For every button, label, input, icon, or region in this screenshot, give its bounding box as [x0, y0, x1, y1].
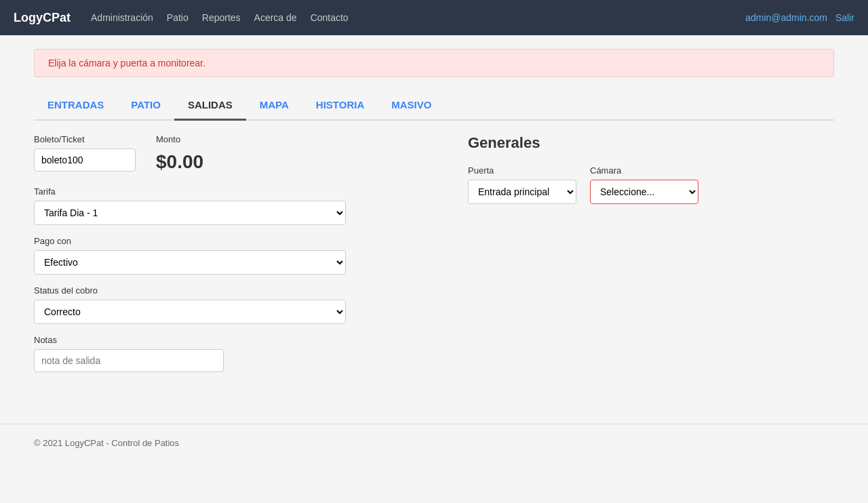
footer-text: © 2021 LogyCPat - Control de Patios: [34, 438, 179, 448]
tabs-bar: ENTRADAS PATIO SALIDAS MAPA HISTORIA MAS…: [34, 91, 834, 121]
notas-input[interactable]: [34, 349, 224, 372]
pago-label: Pago con: [34, 236, 441, 246]
nav-reportes[interactable]: Reportes: [202, 12, 241, 23]
boleto-label: Boleto/Ticket: [34, 134, 136, 144]
tab-patio[interactable]: PATIO: [117, 91, 174, 121]
tab-historia[interactable]: HISTORIA: [302, 91, 378, 121]
tab-mapa[interactable]: MAPA: [246, 91, 302, 121]
tab-masivo[interactable]: MASIVO: [378, 91, 445, 121]
alert-banner: Elija la cámara y puerta a monitorear.: [34, 49, 834, 77]
puerta-select[interactable]: Entrada principal: [468, 180, 576, 204]
main-content: ENTRADAS PATIO SALIDAS MAPA HISTORIA MAS…: [0, 91, 868, 397]
tarifa-group: Tarifa Tarifa Dia - 1: [34, 186, 441, 225]
tab-entradas[interactable]: ENTRADAS: [34, 91, 117, 121]
sidebar-section: Generales Puerta Entrada principal Cámar…: [468, 134, 739, 383]
alert-message: Elija la cámara y puerta a monitorear.: [48, 58, 205, 68]
camara-select[interactable]: Seleccione...: [590, 180, 698, 204]
puerta-group: Puerta Entrada principal: [468, 165, 576, 204]
footer: © 2021 LogyCPat - Control de Patios: [0, 424, 868, 462]
tab-salidas[interactable]: SALIDAS: [174, 91, 246, 121]
navbar-right: admin@admin.com Salir: [745, 12, 854, 23]
monto-label: Monto: [156, 134, 203, 144]
navbar-email: admin@admin.com: [745, 12, 827, 23]
form-section: Boleto/Ticket Monto $0.00 Tarifa Tarifa …: [34, 134, 441, 383]
nav-acerca[interactable]: Acerca de: [254, 12, 297, 23]
nav-contacto[interactable]: Contacto: [311, 12, 349, 23]
notas-label: Notas: [34, 335, 441, 345]
puerta-label: Puerta: [468, 165, 576, 176]
sidebar-controls-row: Puerta Entrada principal Cámara Seleccio…: [468, 165, 739, 204]
tarifa-select[interactable]: Tarifa Dia - 1: [34, 201, 346, 225]
boleto-input[interactable]: [34, 148, 136, 172]
sidebar-title: Generales: [468, 134, 739, 152]
navbar-brand: LogyCPat: [14, 11, 71, 25]
pago-select[interactable]: Efectivo: [34, 250, 346, 275]
boleto-group: Boleto/Ticket: [34, 134, 136, 172]
tarifa-label: Tarifa: [34, 186, 441, 197]
pago-group: Pago con Efectivo: [34, 236, 441, 275]
navbar-links: Administración Patio Reportes Acerca de …: [91, 12, 745, 23]
monto-value: $0.00: [156, 148, 203, 173]
status-group: Status del cobro Correcto: [34, 285, 441, 324]
camara-label: Cámara: [590, 165, 698, 176]
notas-group: Notas: [34, 335, 441, 372]
monto-group: Monto $0.00: [156, 134, 203, 173]
content-area: Boleto/Ticket Monto $0.00 Tarifa Tarifa …: [34, 134, 834, 383]
navbar: LogyCPat Administración Patio Reportes A…: [0, 0, 868, 35]
status-select[interactable]: Correcto: [34, 300, 346, 324]
status-label: Status del cobro: [34, 285, 441, 296]
nav-administracion[interactable]: Administración: [91, 12, 153, 23]
nav-patio[interactable]: Patio: [167, 12, 189, 23]
camara-group: Cámara Seleccione...: [590, 165, 698, 204]
logout-button[interactable]: Salir: [835, 12, 854, 23]
boleto-monto-row: Boleto/Ticket Monto $0.00: [34, 134, 441, 173]
